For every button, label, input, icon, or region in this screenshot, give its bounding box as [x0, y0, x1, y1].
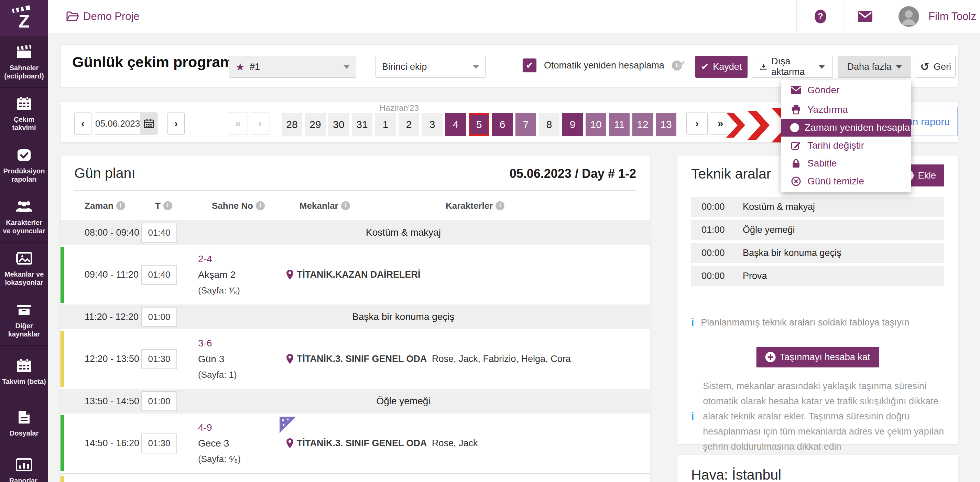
day-cell[interactable]: 8	[539, 113, 560, 136]
day-cell[interactable]: 30	[328, 113, 349, 136]
info-icon[interactable]: i	[116, 201, 125, 210]
menu-item-yazdirma[interactable]: Yazdırma	[781, 101, 911, 119]
date-input[interactable]: 05.06.2023	[95, 112, 158, 134]
back-button[interactable]: ↺ Geri	[916, 56, 956, 78]
duration-input[interactable]	[141, 265, 177, 285]
day-cell[interactable]: 13	[656, 113, 676, 136]
sidebar-nav: Sahneler (sctipboard) Çekim takvimi Prod…	[0, 36, 48, 482]
topbar: Demo Proje ? Film Toolz TR	[48, 0, 980, 33]
autorecalc-group: ✔ Otomatik yeniden hesaplama i	[523, 59, 682, 72]
save-button[interactable]: ✔ Kaydet	[695, 56, 748, 78]
day-cell[interactable]: 3	[422, 113, 442, 136]
sidebar-item-cekim-takvimi[interactable]: Çekim takvimi	[0, 88, 48, 139]
image-icon	[16, 250, 33, 267]
duration-input[interactable]	[141, 391, 177, 411]
duration-input[interactable]	[141, 349, 177, 369]
menu-item-gonder[interactable]: Gönder	[781, 81, 911, 99]
day-cell[interactable]: 1	[375, 113, 396, 136]
date-value: 05.06.2023	[95, 113, 140, 134]
info-icon[interactable]: i	[341, 201, 350, 210]
sidebar-item-dosyalar[interactable]: Dosyalar	[0, 397, 48, 448]
next-page-button[interactable]: ›	[686, 112, 708, 134]
menu-item-zamani-yeniden-hesapla[interactable]: Zamanı yeniden hesapla	[781, 119, 911, 137]
scene-link[interactable]: 4-9	[198, 422, 286, 433]
menu-item-tarihi-degistir[interactable]: Tarihi değiştir	[781, 137, 911, 155]
sidebar-item-label: Prodüksiyon rapoları	[0, 167, 48, 184]
sidebar-item-sahneler[interactable]: Sahneler (sctipboard)	[0, 36, 48, 88]
info-icon: i	[691, 411, 694, 421]
scene-name: Gün 3	[198, 354, 286, 365]
more-button[interactable]: Daha fazla	[838, 56, 911, 78]
table-row-scene[interactable]	[60, 476, 650, 482]
scene-link[interactable]: 2-4	[198, 254, 286, 265]
app-logo[interactable]: Z	[0, 0, 48, 36]
autorecalc-checkbox[interactable]: ✔	[523, 59, 536, 72]
sidebar-item-karakterler[interactable]: Karakterler ve oyuncular	[0, 191, 48, 242]
location-name: TİTANİK.KAZAN DAİRELERİ	[297, 270, 420, 280]
more-menu: Gönder Yazdırma Zamanı yeniden hesapla T…	[781, 80, 911, 192]
sidebar-item-mekanlar[interactable]: Mekanlar ve lokasyonlar	[0, 242, 48, 294]
day-cell[interactable]: 6	[492, 113, 513, 136]
account-menu[interactable]: Film Toolz	[898, 0, 976, 33]
day-cell[interactable]: 7	[515, 113, 536, 136]
table-row-scene[interactable]: 12:20 - 13:50 3-6 Gün 3 (Sayfa: 1) TİTAN…	[60, 331, 650, 387]
svg-text:Z: Z	[19, 11, 30, 30]
help-button[interactable]: ?	[796, 0, 845, 33]
day-cell[interactable]: 11	[609, 113, 630, 136]
day-cell[interactable]: 9	[562, 113, 583, 136]
month-label: Haziran'23	[370, 103, 428, 113]
info-icon[interactable]: i	[256, 201, 265, 210]
breaks-info: i Sistem, mekanlar arasındaki yaklaşık t…	[691, 378, 946, 454]
last-page-button[interactable]: »	[710, 112, 731, 134]
table-row-scene[interactable]: 09:40 - 11:20 2-4 Akşam 2 (Sayfa: ¹⁄₈) T…	[60, 247, 650, 303]
day-cell[interactable]: 10	[585, 113, 606, 136]
team-select[interactable]: Birinci ekip	[375, 56, 485, 78]
account-for-move-button[interactable]: Taşınmayı hesaba kat	[756, 347, 879, 367]
export-button[interactable]: Dışa aktarma	[752, 56, 833, 78]
sidebar-item-produksiyon[interactable]: Prodüksiyon rapoları	[0, 139, 48, 191]
location-pin-icon	[286, 270, 294, 280]
check-icon: ✔	[701, 61, 709, 72]
day-cell-selected[interactable]: 5	[469, 113, 489, 136]
scene-pages: (Sayfa: 1)	[198, 370, 286, 380]
break-list-item[interactable]: 00:00 Prova	[691, 266, 944, 286]
project-selector[interactable]: Demo Proje	[66, 0, 140, 33]
autorecalc-label: Otomatik yeniden hesaplama	[544, 60, 664, 71]
sidebar-item-raporlar[interactable]: Raporlar, analitik	[0, 448, 48, 482]
envelope-icon	[790, 86, 802, 95]
scene-link[interactable]: 3-6	[198, 338, 286, 349]
duration-input[interactable]	[141, 307, 177, 327]
menu-item-gunu-temizle[interactable]: Günü temizle	[781, 172, 911, 190]
sidebar-item-takvim-beta[interactable]: Takvim (beta)	[0, 345, 48, 397]
messages-button[interactable]	[845, 0, 886, 33]
star-icon: ★	[235, 61, 245, 73]
table-row-service: 08:00 - 09:40 Kostüm & makyaj	[60, 220, 650, 245]
first-page-button[interactable]: «	[228, 112, 248, 134]
table-row-scene[interactable]: 14:50 - 16:20 4-9 Gece 3 (Sayfa: ⁶⁄₈) Tİ…	[60, 415, 650, 471]
day-cell[interactable]: 31	[352, 113, 372, 136]
info-icon[interactable]: i	[495, 201, 504, 210]
next-day-button[interactable]: ›	[167, 112, 185, 134]
day-cell[interactable]: 12	[632, 113, 653, 136]
prev-page-button[interactable]: ‹	[250, 112, 270, 134]
duration-input[interactable]	[141, 223, 177, 243]
duration-input[interactable]	[141, 434, 177, 453]
info-icon[interactable]: i	[163, 201, 172, 210]
day-cell[interactable]: 29	[305, 113, 326, 136]
sidebar-item-diger-kaynaklar[interactable]: Diğer kaynaklar	[0, 294, 48, 345]
prev-day-button[interactable]: ‹	[74, 112, 91, 134]
day-cell[interactable]: 2	[399, 113, 419, 136]
break-list-item[interactable]: 00:00 Başka bir konuma geçiş	[691, 243, 944, 263]
box-icon	[16, 302, 33, 318]
break-time: 00:00	[702, 202, 732, 212]
break-list-item[interactable]: 00:00 Kostüm & makyaj	[691, 197, 944, 217]
day-cell[interactable]: 4	[445, 113, 466, 136]
schedule-select[interactable]: ★ #1	[229, 56, 356, 78]
printer-icon	[790, 105, 802, 115]
break-list-item[interactable]: 01:00 Öğle yemeği	[691, 220, 944, 240]
break-label: Başka bir konuma geçiş	[743, 248, 842, 259]
column-header-t: Ti	[155, 201, 212, 211]
calendar-icon	[16, 358, 32, 374]
day-cell[interactable]: 28	[282, 113, 302, 136]
menu-item-sabitle[interactable]: Sabitle	[781, 155, 911, 172]
